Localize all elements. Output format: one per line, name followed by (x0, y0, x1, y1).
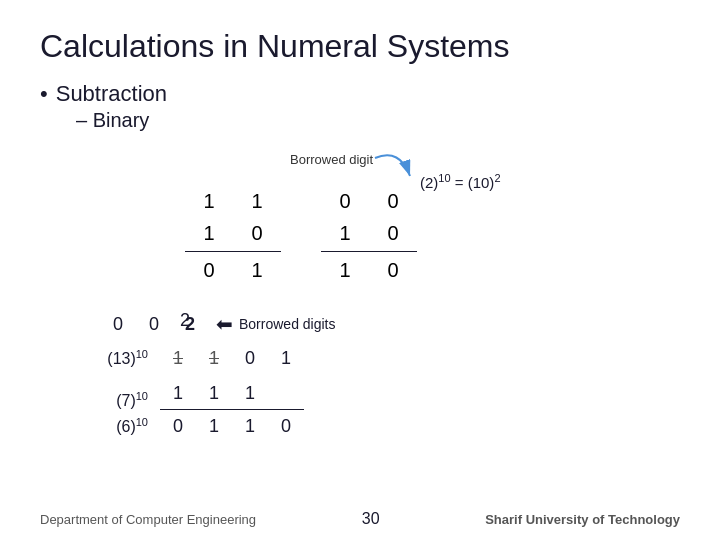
num-cell: 1 (196, 410, 232, 442)
borrowed-digits-arrow: ⬅ (216, 312, 233, 336)
bin-cell: 0 (233, 217, 281, 249)
footer: Department of Computer Engineering 30 Sh… (0, 510, 720, 528)
bin-cell: 0 (185, 254, 233, 286)
carry-row: 0 0 2 ⬅ Borrowed digits (100, 310, 336, 338)
num-row-6: (6)10 0 1 1 0 (100, 410, 304, 442)
bin-cell: 1 (185, 217, 233, 249)
binary-col-3: 0 1 1 (321, 185, 369, 286)
footer-right: Sharif University of Technology (485, 512, 680, 527)
sub-topic: – Binary (76, 109, 680, 132)
num-cell: 1 (160, 377, 196, 409)
eq-label: (2)10 = (10)2 (420, 172, 501, 191)
bullet-point: • (40, 81, 48, 107)
num-cell: 0 (160, 410, 196, 442)
num-label-7: (7)10 (100, 390, 160, 410)
bin-cell: 0 (321, 185, 369, 217)
binary-col-1: 1 1 0 (185, 185, 233, 286)
num-cell: 1 (232, 377, 268, 409)
page-title: Calculations in Numeral Systems (0, 0, 720, 81)
borrowed-digits-text: Borrowed digits (239, 316, 336, 332)
num-cell: 1 (196, 377, 232, 409)
number-rows: (13)10 1 1 0 1 (7)10 1 1 1 (6)10 0 1 1 (100, 342, 304, 442)
bin-cell: 1 (233, 185, 281, 217)
eq-value: (2)10 = (10)2 (420, 174, 501, 191)
num-cell: 0 (232, 342, 268, 374)
num-cell: 1 (268, 342, 304, 374)
num-cell: 1 (232, 410, 268, 442)
binary-col-2: 1 0 1 (233, 185, 281, 286)
num-cell: 1 (196, 342, 232, 374)
bin-cell: 1 (321, 254, 369, 286)
bin-cell: 1 (185, 185, 233, 217)
footer-center: 30 (362, 510, 380, 528)
binary-col-4: 0 0 0 (369, 185, 417, 286)
bin-cell: 0 (369, 254, 417, 286)
bin-cell: 1 (321, 217, 369, 249)
num-label-13: (13)10 (100, 348, 160, 368)
divider-row: (7)10 1 1 1 (100, 374, 304, 410)
num-cell: 0 (268, 410, 304, 442)
num-label-6: (6)10 (100, 416, 160, 436)
carry-cell: 0 (100, 310, 136, 338)
num-cell: 1 (160, 342, 196, 374)
borrowed-digits-label: ⬅ Borrowed digits (216, 312, 336, 336)
footer-left: Department of Computer Engineering (40, 512, 256, 527)
main-topic: Subtraction (56, 81, 167, 107)
bin-cell: 0 (369, 185, 417, 217)
num-row-13: (13)10 1 1 0 1 (100, 342, 304, 374)
carry-cell: 2 (172, 310, 208, 338)
subtraction-demo: 0 0 2 ⬅ Borrowed digits (13)10 1 1 0 1 (… (100, 310, 336, 442)
bin-cell: 0 (369, 217, 417, 249)
carry-cell: 0 (136, 310, 172, 338)
bin-cell: 1 (233, 254, 281, 286)
borrowed-digit-label: Borrowed digit (290, 152, 373, 167)
